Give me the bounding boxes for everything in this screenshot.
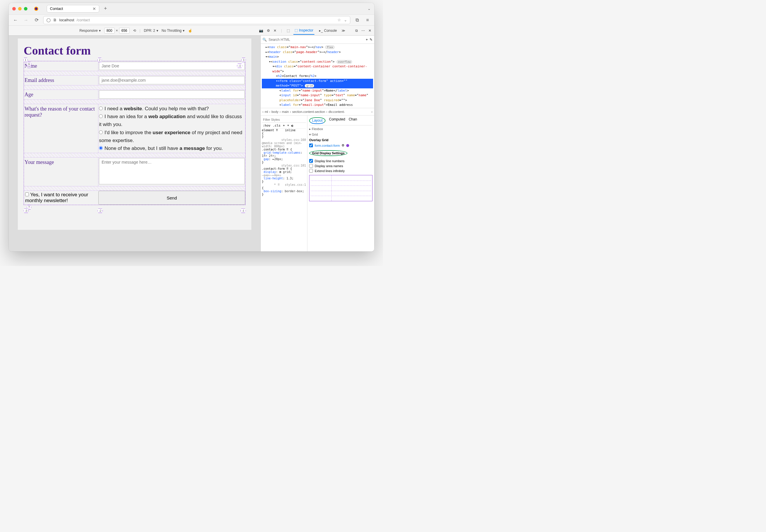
form-row-message: Your message bbox=[24, 157, 245, 186]
tabs-dropdown-icon[interactable]: ⌄ bbox=[368, 6, 371, 11]
pick-element-icon[interactable]: ⬚ bbox=[287, 29, 290, 33]
forward-button[interactable]: → bbox=[22, 16, 30, 24]
form-row-email: Email address bbox=[24, 76, 245, 85]
dom-selected-node[interactable]: ▾<form class="contact-form" action="" me… bbox=[262, 79, 373, 88]
send-button[interactable]: Send bbox=[98, 191, 245, 205]
reload-button[interactable]: ⟳ bbox=[33, 16, 40, 24]
label-message: Your message bbox=[24, 157, 98, 186]
computed-tab[interactable]: Computed bbox=[329, 117, 345, 124]
grid-col-1: 1 bbox=[23, 58, 28, 62]
rdm-close-icon[interactable]: ✕ bbox=[274, 29, 277, 33]
grid-col-3: 3 bbox=[242, 58, 246, 62]
grid-col-neg2: -2 bbox=[97, 209, 103, 213]
eyedropper-icon[interactable]: ✎ bbox=[370, 38, 372, 42]
contact-form-grid: 1 2 3 1 -1 Name 2 Email address 3 bbox=[24, 61, 246, 205]
extensions-icon[interactable]: ⧉ bbox=[353, 16, 361, 24]
rdm-settings-icon[interactable]: ⚙ bbox=[267, 29, 270, 33]
opt-area-names[interactable]: Display area names bbox=[309, 164, 372, 168]
devtools-menu-icon[interactable]: ⋯ bbox=[361, 29, 365, 33]
console-tab[interactable]: ▸_ Console bbox=[318, 27, 338, 34]
search-icon: 🔍 bbox=[263, 38, 267, 42]
dom-search-input[interactable] bbox=[269, 38, 364, 42]
opt-extend-lines[interactable]: Extend lines infinitely bbox=[309, 169, 372, 173]
rdm-toolbar: Responsive ▾ × ⟲ | DPR: 2 ▾ No Throttlin… bbox=[9, 26, 374, 36]
rotate-icon[interactable]: ⟲ bbox=[133, 29, 136, 33]
contact-page: Contact form 1 2 3 1 -1 Name 2 Email bbox=[18, 39, 251, 230]
form-row-name: Name bbox=[24, 61, 245, 71]
bookmark-icon[interactable]: ☆ bbox=[338, 18, 341, 22]
url-path: /contact bbox=[76, 18, 90, 22]
close-window[interactable] bbox=[12, 7, 16, 11]
url-host: localhost bbox=[59, 18, 74, 22]
close-tab-icon[interactable]: ✕ bbox=[92, 6, 96, 11]
back-button[interactable]: ← bbox=[12, 16, 19, 24]
overlay-grid-item[interactable]: form.contact-form ⚙ bbox=[309, 143, 372, 147]
radio-website[interactable]: I need a website. Could you help me with… bbox=[99, 105, 245, 113]
page-title: Contact form bbox=[24, 44, 246, 57]
name-input[interactable] bbox=[99, 62, 245, 70]
console-icon: ▸_ bbox=[319, 29, 323, 33]
dom-search-bar: 🔍 + ✎ bbox=[261, 36, 374, 44]
opt-line-numbers[interactable]: Display line numbers bbox=[309, 159, 372, 163]
rdm-dpr-select[interactable]: DPR: 2 ▾ bbox=[144, 29, 158, 33]
inspector-tab[interactable]: ⬚ Inspector bbox=[293, 27, 314, 35]
message-textarea[interactable] bbox=[99, 158, 245, 184]
age-input[interactable] bbox=[99, 90, 245, 99]
rdm-width-input[interactable] bbox=[104, 28, 115, 34]
changes-tab[interactable]: Chan bbox=[349, 117, 357, 124]
grid-row-6: 6 bbox=[27, 62, 31, 66]
breadcrumb[interactable]: ‹ ml›body›main›section.content-section›d… bbox=[261, 108, 374, 115]
menu-icon[interactable]: ≡ bbox=[364, 16, 371, 24]
rdm-device-select[interactable]: Responsive ▾ bbox=[79, 29, 101, 33]
label-age: Age bbox=[24, 90, 98, 99]
new-tab-button[interactable]: + bbox=[104, 6, 107, 12]
form-row-reason: What's the reason of your contact reques… bbox=[24, 104, 245, 153]
reason-radio-group: I need a website. Could you help me with… bbox=[98, 104, 245, 153]
url-field[interactable]: ◯ 🗎 localhost/contact ☆ ⌄ bbox=[43, 16, 350, 24]
radio-message[interactable]: None of the above, but I still have a me… bbox=[99, 144, 245, 152]
pocket-icon[interactable]: ⌄ bbox=[344, 18, 347, 22]
minimize-window[interactable] bbox=[18, 7, 22, 11]
radio-webapp[interactable]: I have an idea for a web application and… bbox=[99, 113, 245, 128]
rdm-throttling-select[interactable]: No Throttling ▾ bbox=[162, 29, 184, 33]
traffic-lights bbox=[12, 7, 27, 11]
email-input[interactable] bbox=[99, 76, 245, 84]
grid-row-neg1: -1 bbox=[237, 64, 242, 68]
maximize-window[interactable] bbox=[24, 7, 27, 11]
add-node-icon[interactable]: + bbox=[366, 38, 368, 42]
styles-panel[interactable]: :hov .cls + ☀ ◐ element ⠿ inline {} styl… bbox=[261, 115, 307, 251]
grid-display-settings-title: Grid Display Settings bbox=[309, 150, 347, 156]
dom-tree[interactable]: ▸<nav class="main-nav">⋯</nav> flex ▸<he… bbox=[261, 44, 374, 108]
shield-icon: ◯ bbox=[46, 18, 51, 22]
touch-icon[interactable]: ☝ bbox=[188, 29, 193, 33]
devtools-close-icon[interactable]: ✕ bbox=[368, 29, 371, 33]
gear-icon[interactable]: ⚙ bbox=[342, 143, 344, 147]
svg-point-1 bbox=[35, 8, 37, 10]
devtools-panel: 🔍 + ✎ ▸<nav class="main-nav">⋯</nav> fle… bbox=[260, 36, 374, 251]
browser-tab[interactable]: Contact ✕ bbox=[47, 5, 99, 13]
label-name: Name bbox=[24, 61, 98, 71]
layout-tabs: Layout Computed Chan bbox=[309, 117, 372, 125]
print-icon[interactable]: ◐ bbox=[291, 124, 293, 127]
rdm-height-input[interactable] bbox=[119, 28, 129, 34]
radio-ux[interactable]: I'd like to improve the user experience … bbox=[99, 129, 245, 144]
dock-icon[interactable]: ⧉ bbox=[355, 29, 358, 33]
rdm-viewport: Contact form 1 2 3 1 -1 Name 2 Email bbox=[9, 36, 260, 251]
layout-panel: Layout Computed Chan ▸ Flexbox ▾ Grid Ov… bbox=[307, 115, 374, 251]
newsletter-checkbox[interactable]: Yes, I want to receive your monthly news… bbox=[24, 191, 98, 205]
filter-styles-input[interactable] bbox=[263, 118, 305, 121]
layout-tab[interactable]: Layout bbox=[309, 117, 326, 124]
label-reason: What's the reason of your contact reques… bbox=[24, 104, 98, 153]
tab-title: Contact bbox=[50, 6, 63, 11]
color-swatch[interactable] bbox=[346, 144, 349, 147]
light-icon[interactable]: ☀ bbox=[287, 124, 289, 127]
more-tabs-icon[interactable]: ≫ bbox=[342, 29, 345, 33]
titlebar: Contact ✕ + ⌄ bbox=[9, 3, 374, 15]
form-row-age: Age bbox=[24, 90, 245, 99]
overlay-grid-title: Overlay Grid bbox=[309, 138, 372, 142]
inspector-icon: ⬚ bbox=[295, 28, 298, 32]
browser-window: Contact ✕ + ⌄ ← → ⟳ ◯ 🗎 localhost/contac… bbox=[9, 3, 374, 251]
form-row-submit: Yes, I want to receive your monthly news… bbox=[24, 191, 245, 205]
grid-preview bbox=[309, 175, 372, 201]
screenshot-icon[interactable]: 📷 bbox=[259, 29, 263, 33]
